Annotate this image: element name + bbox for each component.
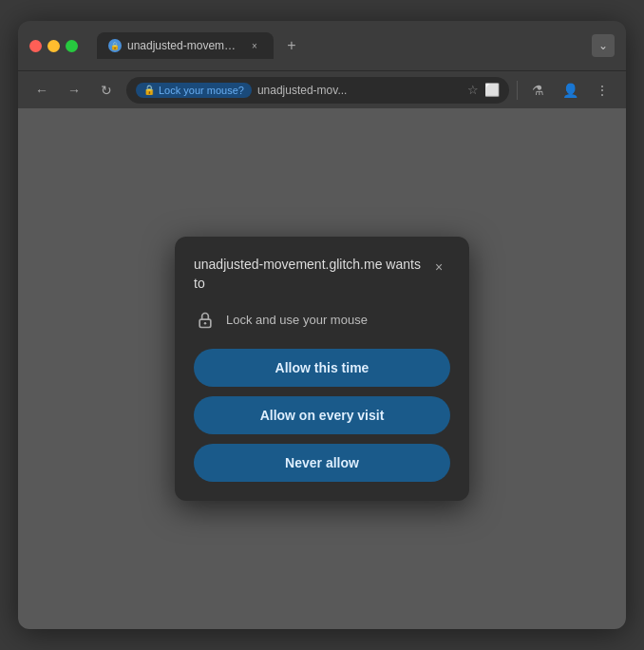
browser-tab[interactable]: 🔒 unadjusted-movement.glitch. × <box>97 32 274 59</box>
title-bar: 🔒 unadjusted-movement.glitch. × + ⌄ <box>18 21 626 70</box>
lock-icon: 🔒 <box>143 85 155 95</box>
allow-always-button[interactable]: Allow on every visit <box>194 396 450 434</box>
popup-title: unadjusted-movement.glitch.me wants to <box>194 256 422 293</box>
page-content: unadjusted-movement.glitch.me wants to ×… <box>18 108 626 629</box>
tab-title: unadjusted-movement.glitch. <box>127 39 241 52</box>
minimize-traffic-light[interactable] <box>47 40 60 52</box>
navigation-bar: ← → ↻ 🔒 Lock your mouse? unadjusted-mov.… <box>18 70 626 108</box>
permission-popup: unadjusted-movement.glitch.me wants to ×… <box>175 237 469 500</box>
new-tab-button[interactable]: + <box>279 33 304 58</box>
allow-once-button[interactable]: Allow this time <box>194 349 450 387</box>
tab-favicon: 🔒 <box>108 39 122 52</box>
menu-button[interactable]: ⋮ <box>590 78 615 103</box>
traffic-lights <box>29 40 78 52</box>
maximize-traffic-light[interactable] <box>66 40 78 52</box>
popup-buttons: Allow this time Allow on every visit Nev… <box>194 349 450 482</box>
address-text: unadjusted-mov... <box>257 84 348 97</box>
popup-close-button[interactable]: × <box>427 256 450 278</box>
labs-button[interactable]: ⚗ <box>525 78 550 103</box>
lock-badge-text: Lock your mouse? <box>159 85 244 96</box>
tab-dropdown-button[interactable]: ⌄ <box>592 34 615 57</box>
divider <box>517 81 518 100</box>
tab-close-button[interactable]: × <box>247 38 262 53</box>
permission-text: Lock and use your mouse <box>226 313 368 327</box>
mouse-lock-icon <box>194 309 217 332</box>
popup-header: unadjusted-movement.glitch.me wants to × <box>194 256 450 293</box>
tab-bar: 🔒 unadjusted-movement.glitch. × + ⌄ <box>97 32 615 59</box>
address-bar[interactable]: 🔒 Lock your mouse? unadjusted-mov... ☆ ⬜ <box>126 77 509 104</box>
forward-button[interactable]: → <box>62 78 86 103</box>
back-button[interactable]: ← <box>29 78 54 103</box>
profile-button[interactable]: 👤 <box>558 78 582 103</box>
bookmark-icon[interactable]: ☆ <box>467 83 479 97</box>
close-traffic-light[interactable] <box>29 40 42 52</box>
lock-badge: 🔒 Lock your mouse? <box>136 83 252 98</box>
popup-permission: Lock and use your mouse <box>194 309 450 332</box>
svg-point-1 <box>204 322 207 325</box>
extensions-icon[interactable]: ⬜ <box>484 83 500 97</box>
reload-button[interactable]: ↻ <box>94 78 119 103</box>
never-allow-button[interactable]: Never allow <box>194 444 450 482</box>
browser-window: 🔒 unadjusted-movement.glitch. × + ⌄ ← → … <box>18 21 626 629</box>
address-actions: ☆ ⬜ <box>467 83 500 97</box>
